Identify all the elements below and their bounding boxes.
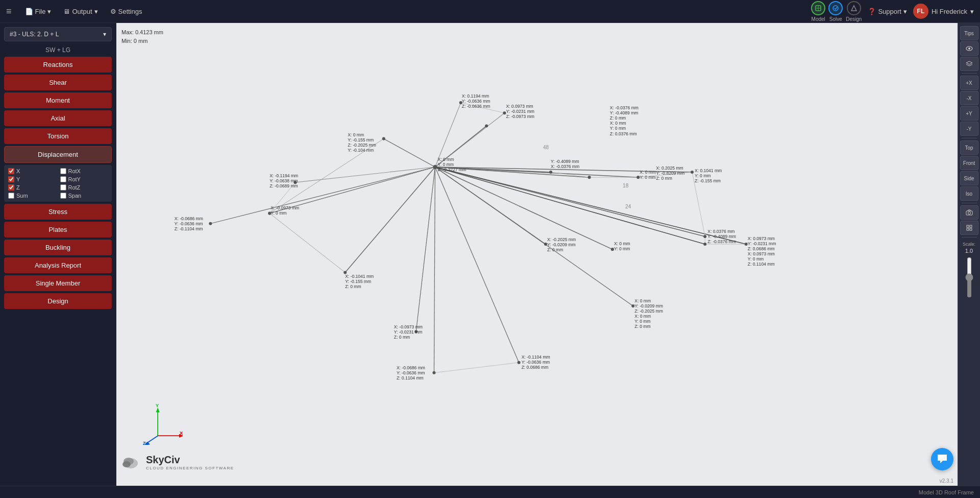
statusbar: Model 3D Roof Frame — [0, 486, 980, 498]
svg-text:18: 18 — [623, 183, 629, 188]
moment-button[interactable]: Moment — [4, 92, 112, 108]
svg-text:Y: -0.0231 mm: Y: -0.0231 mm — [748, 241, 776, 246]
svg-text:X: -0.0376 mm: X: -0.0376 mm — [551, 164, 579, 169]
checkbox-rotx[interactable]: RotX — [60, 168, 108, 174]
displacement-options: X RotX Y RotY Z RotZ Sum Span — [4, 165, 112, 202]
eye-icon — [966, 46, 973, 51]
svg-text:X: -0.1041 mm: X: -0.1041 mm — [345, 274, 374, 279]
top-btn[interactable]: Top — [960, 140, 978, 155]
svg-text:Z: -0.2025 mm: Z: -0.2025 mm — [348, 143, 376, 148]
minus-x-btn[interactable]: -X — [960, 91, 978, 105]
minus-y-btn[interactable]: -Y — [960, 122, 978, 136]
svg-text:Z: 0 mm: Z: 0 mm — [610, 115, 626, 121]
camera-btn[interactable] — [960, 205, 978, 220]
checkbox-z[interactable]: Z — [8, 184, 56, 191]
svg-line-17 — [295, 167, 435, 182]
svg-text:Y: -0.0638 mm: Y: -0.0638 mm — [270, 178, 298, 183]
torsion-button[interactable]: Torsion — [4, 128, 112, 144]
viewport[interactable]: Max: 0.4123 mm Min: 0 mm — [116, 23, 980, 486]
view-settings-btn[interactable] — [960, 221, 978, 235]
settings-icon: ⚙ — [110, 8, 116, 15]
coordinate-axes: Y X Z — [142, 404, 183, 445]
svg-text:Y: -0.104 mm: Y: -0.104 mm — [348, 148, 374, 153]
svg-text:Y: -0.0209 mm: Y: -0.0209 mm — [547, 242, 576, 247]
user-menu[interactable]: FL Hi Frederick ▾ — [913, 4, 974, 19]
svg-text:X: -0.0973 mm: X: -0.0973 mm — [271, 205, 299, 210]
svg-text:Z: 0 mm: Z: 0 mm — [345, 284, 361, 289]
svg-text:X: 0.0973 mm: X: 0.0973 mm — [748, 236, 775, 241]
question-icon: ❓ — [868, 8, 876, 15]
svg-text:Z: -0.3227 mm: Z: -0.3227 mm — [437, 167, 466, 172]
front-btn[interactable]: Front — [960, 156, 978, 170]
stress-button[interactable]: Stress — [4, 204, 112, 220]
buckling-button[interactable]: Buckling — [4, 240, 112, 255]
load-case-dropdown[interactable]: #3 - ULS: 2. D + L ▾ — [4, 27, 112, 41]
checkbox-y[interactable]: Y — [8, 176, 56, 182]
svg-text:Z: -0.0973 mm: Z: -0.0973 mm — [506, 114, 534, 119]
svg-text:Y: -0.4089 mm: Y: -0.4089 mm — [610, 110, 639, 115]
plus-x-btn[interactable]: +X — [960, 76, 978, 90]
checkbox-sum[interactable]: Sum — [8, 193, 56, 199]
output-icon: 🖥 — [63, 8, 70, 15]
single-member-button[interactable]: Single Member — [4, 275, 112, 291]
svg-text:X: 0 mm: X: 0 mm — [348, 132, 364, 137]
checkbox-roty[interactable]: RotY — [60, 176, 108, 182]
logo-name: SkyCiv — [146, 454, 234, 466]
svg-text:Y: 0 mm: Y: 0 mm — [614, 246, 630, 251]
mode-model[interactable]: Model — [811, 1, 825, 22]
svg-text:Z: 0.1104 mm: Z: 0.1104 mm — [748, 262, 775, 267]
layers-btn[interactable] — [960, 57, 978, 71]
svg-text:Z: -0.2025 mm: Z: -0.2025 mm — [634, 309, 663, 314]
svg-text:Z: 0 mm: Z: 0 mm — [394, 335, 410, 340]
toolbar-divider-2 — [962, 138, 977, 138]
svg-text:X: 0 mm: X: 0 mm — [437, 157, 454, 162]
top-nav: 📄 File ▾ 🖥 Output ▾ ⚙ Settings — [20, 6, 148, 17]
checkbox-span[interactable]: Span — [60, 193, 108, 199]
output-menu[interactable]: 🖥 Output ▾ — [58, 6, 103, 17]
chat-button[interactable] — [931, 448, 953, 470]
svg-point-145 — [968, 212, 970, 215]
svg-text:Z: 0.0376 mm: Z: 0.0376 mm — [610, 131, 637, 136]
svg-text:Z: -0.0689 mm: Z: -0.0689 mm — [270, 183, 298, 188]
svg-text:Z: 0.1104 mm: Z: 0.1104 mm — [397, 375, 424, 381]
eye-btn[interactable] — [960, 41, 978, 56]
svg-text:X: 0.1194 mm: X: 0.1194 mm — [462, 93, 489, 99]
svg-point-37 — [382, 137, 385, 140]
menu-icon[interactable]: ≡ — [6, 6, 12, 17]
status-text: Model 3D Roof Frame — [919, 489, 974, 495]
toolbar-divider-1 — [962, 73, 977, 74]
mode-design[interactable]: Design — [846, 1, 862, 22]
svg-text:Z: -0.1104 mm: Z: -0.1104 mm — [175, 226, 203, 231]
svg-line-15 — [345, 167, 435, 272]
reactions-button[interactable]: Reactions — [4, 57, 112, 73]
svg-point-55 — [703, 243, 706, 246]
plates-button[interactable]: Plates — [4, 222, 112, 238]
svg-text:Z: 0 mm: Z: 0 mm — [656, 176, 672, 181]
checkbox-rotz[interactable]: RotZ — [60, 184, 108, 191]
analysis-report-button[interactable]: Analysis Report — [4, 257, 112, 273]
svg-point-57 — [209, 222, 212, 225]
scale-slider[interactable] — [964, 257, 974, 298]
svg-point-53 — [518, 361, 521, 364]
checkbox-x[interactable]: X — [8, 168, 56, 174]
svg-text:Y: -0.4089 mm: Y: -0.4089 mm — [551, 159, 579, 164]
shear-button[interactable]: Shear — [4, 75, 112, 90]
svg-text:Y: -0.0231 mm: Y: -0.0231 mm — [394, 329, 423, 335]
toolbar-divider-4 — [962, 237, 977, 238]
plus-y-btn[interactable]: +Y — [960, 106, 978, 121]
design-button[interactable]: Design — [4, 293, 112, 309]
svg-point-52 — [432, 371, 435, 374]
settings-menu[interactable]: ⚙ Settings — [105, 6, 148, 17]
support-button[interactable]: ❓ Support ▾ — [868, 8, 907, 15]
displacement-button[interactable]: Displacement — [4, 146, 112, 163]
side-btn[interactable]: Side — [960, 171, 978, 185]
logo: SkyCiv CLOUD ENGINEERING SOFTWARE — [121, 454, 234, 470]
iso-btn[interactable]: Iso — [960, 186, 978, 201]
axial-button[interactable]: Axial — [4, 110, 112, 126]
main-area: #3 - ULS: 2. D + L ▾ SW + LG Reactions S… — [0, 23, 980, 486]
svg-rect-149 — [970, 228, 972, 230]
tips-btn[interactable]: Tips — [960, 26, 978, 40]
file-menu[interactable]: 📄 File ▾ — [20, 6, 57, 17]
solve-icon — [832, 5, 839, 12]
mode-solve[interactable]: Solve — [828, 1, 843, 22]
